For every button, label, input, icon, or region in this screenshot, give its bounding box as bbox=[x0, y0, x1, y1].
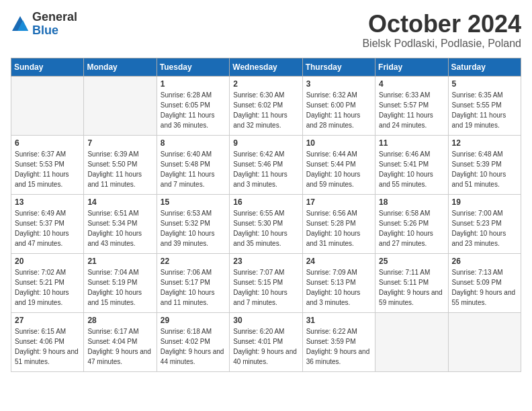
day-info: Sunrise: 6:56 AMSunset: 5:28 PMDaylight:… bbox=[306, 208, 371, 248]
calendar-cell: 15Sunrise: 6:53 AMSunset: 5:32 PMDayligh… bbox=[157, 194, 229, 253]
calendar-cell: 26Sunrise: 7:13 AMSunset: 5:09 PMDayligh… bbox=[448, 253, 521, 312]
day-info: Sunrise: 6:51 AMSunset: 5:34 PMDaylight:… bbox=[87, 208, 152, 248]
calendar-cell bbox=[84, 76, 157, 135]
day-number: 13 bbox=[15, 197, 80, 207]
calendar-cell bbox=[375, 312, 448, 371]
calendar-cell: 16Sunrise: 6:55 AMSunset: 5:30 PMDayligh… bbox=[230, 194, 302, 253]
day-info: Sunrise: 6:39 AMSunset: 5:50 PMDaylight:… bbox=[87, 149, 152, 189]
page-header: General Blue October 2024 Bielsk Podlask… bbox=[11, 11, 521, 50]
calendar-cell: 24Sunrise: 7:09 AMSunset: 5:13 PMDayligh… bbox=[302, 253, 375, 312]
title-area: October 2024 Bielsk Podlaski, Podlasie, … bbox=[362, 11, 521, 50]
calendar-cell: 3Sunrise: 6:32 AMSunset: 6:00 PMDaylight… bbox=[302, 76, 375, 135]
day-info: Sunrise: 6:28 AMSunset: 6:05 PMDaylight:… bbox=[161, 90, 226, 130]
day-info: Sunrise: 6:49 AMSunset: 5:37 PMDaylight:… bbox=[15, 208, 80, 248]
day-info: Sunrise: 6:33 AMSunset: 5:57 PMDaylight:… bbox=[379, 90, 444, 130]
day-info: Sunrise: 6:58 AMSunset: 5:26 PMDaylight:… bbox=[379, 208, 444, 248]
day-info: Sunrise: 6:40 AMSunset: 5:48 PMDaylight:… bbox=[161, 149, 226, 189]
day-info: Sunrise: 6:46 AMSunset: 5:41 PMDaylight:… bbox=[379, 149, 444, 189]
calendar-cell: 4Sunrise: 6:33 AMSunset: 5:57 PMDaylight… bbox=[375, 76, 448, 135]
day-number: 20 bbox=[15, 257, 80, 266]
calendar-cell: 23Sunrise: 7:07 AMSunset: 5:15 PMDayligh… bbox=[230, 253, 302, 312]
day-number: 23 bbox=[233, 257, 298, 266]
day-number: 1 bbox=[161, 79, 226, 89]
weekday-header-row: SundayMondayTuesdayWednesdayThursdayFrid… bbox=[11, 58, 521, 76]
day-info: Sunrise: 7:07 AMSunset: 5:15 PMDaylight:… bbox=[233, 267, 298, 308]
weekday-header: Thursday bbox=[302, 58, 375, 76]
weekday-header: Friday bbox=[375, 58, 448, 76]
calendar-cell: 6Sunrise: 6:37 AMSunset: 5:53 PMDaylight… bbox=[11, 135, 84, 194]
logo: General Blue bbox=[11, 11, 77, 38]
calendar-cell: 29Sunrise: 6:18 AMSunset: 4:02 PMDayligh… bbox=[157, 312, 229, 371]
calendar-cell: 30Sunrise: 6:20 AMSunset: 4:01 PMDayligh… bbox=[230, 312, 302, 371]
day-info: Sunrise: 6:20 AMSunset: 4:01 PMDaylight:… bbox=[233, 326, 298, 367]
weekday-header: Sunday bbox=[11, 58, 84, 76]
logo-blue-text: Blue bbox=[32, 24, 77, 38]
day-number: 3 bbox=[306, 79, 371, 89]
calendar-week-row: 27Sunrise: 6:15 AMSunset: 4:06 PMDayligh… bbox=[11, 312, 521, 371]
calendar-cell: 27Sunrise: 6:15 AMSunset: 4:06 PMDayligh… bbox=[11, 312, 84, 371]
day-number: 29 bbox=[161, 316, 226, 325]
day-number: 17 bbox=[306, 197, 371, 207]
calendar-week-row: 1Sunrise: 6:28 AMSunset: 6:05 PMDaylight… bbox=[11, 76, 521, 135]
day-number: 16 bbox=[233, 197, 298, 207]
calendar-cell: 1Sunrise: 6:28 AMSunset: 6:05 PMDaylight… bbox=[157, 76, 229, 135]
weekday-header: Wednesday bbox=[230, 58, 302, 76]
day-info: Sunrise: 6:30 AMSunset: 6:02 PMDaylight:… bbox=[233, 90, 298, 130]
day-number: 2 bbox=[233, 79, 298, 89]
day-info: Sunrise: 6:55 AMSunset: 5:30 PMDaylight:… bbox=[233, 208, 298, 248]
day-number: 7 bbox=[87, 138, 152, 148]
day-info: Sunrise: 7:04 AMSunset: 5:19 PMDaylight:… bbox=[87, 267, 152, 308]
day-info: Sunrise: 6:32 AMSunset: 6:00 PMDaylight:… bbox=[306, 90, 371, 130]
day-info: Sunrise: 7:00 AMSunset: 5:23 PMDaylight:… bbox=[452, 208, 517, 248]
day-number: 30 bbox=[233, 316, 298, 325]
calendar-cell: 19Sunrise: 7:00 AMSunset: 5:23 PMDayligh… bbox=[448, 194, 521, 253]
day-number: 14 bbox=[87, 197, 152, 207]
logo-icon bbox=[11, 15, 30, 34]
day-info: Sunrise: 6:44 AMSunset: 5:44 PMDaylight:… bbox=[306, 149, 371, 189]
day-info: Sunrise: 7:06 AMSunset: 5:17 PMDaylight:… bbox=[161, 267, 226, 308]
calendar-cell: 8Sunrise: 6:40 AMSunset: 5:48 PMDaylight… bbox=[157, 135, 229, 194]
day-number: 12 bbox=[452, 138, 517, 148]
weekday-header: Tuesday bbox=[157, 58, 229, 76]
day-number: 27 bbox=[15, 316, 80, 325]
calendar-table: SundayMondayTuesdayWednesdayThursdayFrid… bbox=[11, 58, 521, 372]
day-info: Sunrise: 6:53 AMSunset: 5:32 PMDaylight:… bbox=[161, 208, 226, 248]
day-number: 4 bbox=[379, 79, 444, 89]
day-number: 11 bbox=[379, 138, 444, 148]
calendar-cell: 9Sunrise: 6:42 AMSunset: 5:46 PMDaylight… bbox=[230, 135, 302, 194]
calendar-week-row: 13Sunrise: 6:49 AMSunset: 5:37 PMDayligh… bbox=[11, 194, 521, 253]
calendar-cell: 14Sunrise: 6:51 AMSunset: 5:34 PMDayligh… bbox=[84, 194, 157, 253]
day-number: 25 bbox=[379, 257, 444, 266]
location-text: Bielsk Podlaski, Podlasie, Poland bbox=[362, 38, 521, 50]
calendar-cell bbox=[448, 312, 521, 371]
calendar-cell: 7Sunrise: 6:39 AMSunset: 5:50 PMDaylight… bbox=[84, 135, 157, 194]
day-number: 6 bbox=[15, 138, 80, 148]
day-number: 26 bbox=[452, 257, 517, 266]
day-info: Sunrise: 6:37 AMSunset: 5:53 PMDaylight:… bbox=[15, 149, 80, 189]
weekday-header: Monday bbox=[84, 58, 157, 76]
day-info: Sunrise: 6:15 AMSunset: 4:06 PMDaylight:… bbox=[15, 326, 80, 367]
calendar-cell: 20Sunrise: 7:02 AMSunset: 5:21 PMDayligh… bbox=[11, 253, 84, 312]
calendar-week-row: 20Sunrise: 7:02 AMSunset: 5:21 PMDayligh… bbox=[11, 253, 521, 312]
logo-general: General bbox=[32, 11, 77, 24]
calendar-cell: 22Sunrise: 7:06 AMSunset: 5:17 PMDayligh… bbox=[157, 253, 229, 312]
calendar-cell: 10Sunrise: 6:44 AMSunset: 5:44 PMDayligh… bbox=[302, 135, 375, 194]
day-info: Sunrise: 6:17 AMSunset: 4:04 PMDaylight:… bbox=[87, 326, 152, 367]
day-number: 19 bbox=[452, 197, 517, 207]
day-number: 5 bbox=[452, 79, 517, 89]
calendar-cell: 2Sunrise: 6:30 AMSunset: 6:02 PMDaylight… bbox=[230, 76, 302, 135]
calendar-cell: 21Sunrise: 7:04 AMSunset: 5:19 PMDayligh… bbox=[84, 253, 157, 312]
calendar-cell: 11Sunrise: 6:46 AMSunset: 5:41 PMDayligh… bbox=[375, 135, 448, 194]
day-number: 10 bbox=[306, 138, 371, 148]
calendar-cell: 28Sunrise: 6:17 AMSunset: 4:04 PMDayligh… bbox=[84, 312, 157, 371]
day-info: Sunrise: 7:13 AMSunset: 5:09 PMDaylight:… bbox=[452, 267, 517, 308]
calendar-cell: 5Sunrise: 6:35 AMSunset: 5:55 PMDaylight… bbox=[448, 76, 521, 135]
day-info: Sunrise: 6:22 AMSunset: 3:59 PMDaylight:… bbox=[306, 326, 371, 367]
calendar-cell: 12Sunrise: 6:48 AMSunset: 5:39 PMDayligh… bbox=[448, 135, 521, 194]
calendar-cell: 25Sunrise: 7:11 AMSunset: 5:11 PMDayligh… bbox=[375, 253, 448, 312]
logo-text: General Blue bbox=[32, 11, 77, 38]
day-number: 8 bbox=[161, 138, 226, 148]
day-info: Sunrise: 7:09 AMSunset: 5:13 PMDaylight:… bbox=[306, 267, 371, 308]
calendar-cell bbox=[11, 76, 84, 135]
day-number: 21 bbox=[87, 257, 152, 266]
